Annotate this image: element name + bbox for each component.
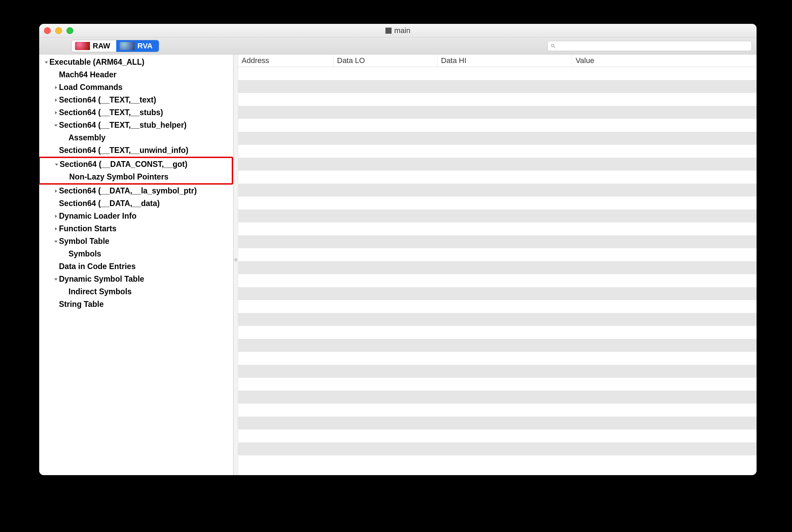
table-row[interactable] <box>238 313 757 326</box>
disclosure-right-icon[interactable] <box>53 227 59 231</box>
tree-label: Non-Lazy Symbol Pointers <box>69 171 168 183</box>
table-row[interactable] <box>238 93 757 106</box>
tree-non-lazy-symbol-pointers[interactable]: Non-Lazy Symbol Pointers <box>40 171 232 183</box>
table-row[interactable] <box>238 222 757 235</box>
tree-label: Symbol Table <box>59 235 109 248</box>
seg-rva-button[interactable]: RVA <box>116 40 158 52</box>
svg-line-1 <box>554 47 555 48</box>
table-row[interactable] <box>238 352 757 365</box>
disclosure-down-icon[interactable] <box>53 123 59 127</box>
col-address[interactable]: Address <box>238 54 334 67</box>
table-row[interactable] <box>238 300 757 313</box>
table-row[interactable] <box>238 184 757 197</box>
tree-section-text-text[interactable]: Section64 (__TEXT,__text) <box>39 94 233 106</box>
tree-assembly[interactable]: Assembly <box>39 131 233 144</box>
tree-executable[interactable]: Executable (ARM64_ALL) <box>39 56 233 68</box>
tree-label: Assembly <box>68 131 106 144</box>
toolbar: RAW RVA <box>39 37 757 54</box>
tree-label: Section64 (__TEXT,__stub_helper) <box>59 119 187 131</box>
table-row[interactable] <box>238 132 757 145</box>
table-row[interactable] <box>238 365 757 378</box>
tree-dynamic-symbol-table[interactable]: Dynamic Symbol Table <box>39 273 233 285</box>
tree-load-commands[interactable]: Load Commands <box>39 81 233 94</box>
table-row[interactable] <box>238 274 757 287</box>
tree-indirect-symbols[interactable]: Indirect Symbols <box>39 285 233 298</box>
table-body[interactable] <box>238 67 757 475</box>
table-row[interactable] <box>238 80 757 93</box>
tree-label: Dynamic Loader Info <box>59 210 136 222</box>
disclosure-down-icon[interactable] <box>53 239 59 244</box>
table-row[interactable] <box>238 339 757 352</box>
table-row[interactable] <box>238 171 757 184</box>
tree-section-data-data[interactable]: Section64 (__DATA,__data) <box>39 197 233 210</box>
tree-symbol-table[interactable]: Symbol Table <box>39 235 233 248</box>
tree-mach64-header[interactable]: Mach64 Header <box>39 68 233 81</box>
table-header: Address Data LO Data HI Value <box>238 54 757 67</box>
disclosure-right-icon[interactable] <box>53 111 59 115</box>
seg-raw-label: RAW <box>93 42 110 50</box>
tree-section-text-stubs[interactable]: Section64 (__TEXT,__stubs) <box>39 106 233 119</box>
col-data-lo[interactable]: Data LO <box>334 54 438 67</box>
disclosure-right-icon[interactable] <box>53 214 59 218</box>
tree-label: Mach64 Header <box>59 68 117 81</box>
table-row[interactable] <box>238 158 757 171</box>
table-row[interactable] <box>238 378 757 391</box>
table-row[interactable] <box>238 326 757 339</box>
seg-rva-label: RVA <box>137 42 152 50</box>
tree-label: Section64 (__DATA,__data) <box>59 197 160 210</box>
tree-section-text-unwind-info[interactable]: Section64 (__TEXT,__unwind_info) <box>39 144 233 157</box>
table-row[interactable] <box>238 106 757 119</box>
table-row[interactable] <box>238 417 757 429</box>
tree-label: Function Starts <box>59 222 117 235</box>
table-row[interactable] <box>238 235 757 248</box>
tree-symbols[interactable]: Symbols <box>39 248 233 260</box>
table-row[interactable] <box>238 197 757 209</box>
disclosure-down-icon[interactable] <box>54 162 60 167</box>
disclosure-down-icon[interactable] <box>53 277 59 281</box>
col-data-hi[interactable]: Data HI <box>438 54 572 67</box>
content: Executable (ARM64_ALL)Mach64 HeaderLoad … <box>39 54 757 475</box>
table-row[interactable] <box>238 404 757 417</box>
tree-label: Section64 (__TEXT,__text) <box>59 94 156 106</box>
search-input[interactable] <box>556 42 749 49</box>
tree-label: Symbols <box>68 248 101 260</box>
tree-dynamic-loader-info[interactable]: Dynamic Loader Info <box>39 210 233 222</box>
tree-function-starts[interactable]: Function Starts <box>39 222 233 235</box>
disclosure-right-icon[interactable] <box>53 98 59 102</box>
tree-label: Data in Code Entries <box>59 260 136 273</box>
col-value[interactable]: Value <box>572 54 757 67</box>
table-row[interactable] <box>238 261 757 274</box>
tree-label: Section64 (__TEXT,__unwind_info) <box>59 144 188 157</box>
tree-data-in-code-entries[interactable]: Data in Code Entries <box>39 260 233 273</box>
titlebar[interactable]: main <box>39 24 757 37</box>
sidebar-tree[interactable]: Executable (ARM64_ALL)Mach64 HeaderLoad … <box>39 54 233 475</box>
table-row[interactable] <box>238 287 757 300</box>
table-row[interactable] <box>238 145 757 158</box>
search-icon <box>550 43 556 49</box>
zoom-icon[interactable] <box>66 27 73 34</box>
table-row[interactable] <box>238 391 757 404</box>
minimize-icon[interactable] <box>55 27 62 34</box>
document-icon <box>385 28 392 34</box>
close-icon[interactable] <box>44 27 51 34</box>
table-row[interactable] <box>238 67 757 80</box>
tree-section-data-const-got[interactable]: Section64 (__DATA_CONST,__got) <box>40 158 232 171</box>
seg-raw-button[interactable]: RAW <box>72 40 116 52</box>
tree-string-table[interactable]: String Table <box>39 298 233 311</box>
table-row[interactable] <box>238 248 757 261</box>
disclosure-right-icon[interactable] <box>53 189 59 193</box>
search-field[interactable] <box>547 41 752 51</box>
table-row[interactable] <box>238 429 757 442</box>
table-row[interactable] <box>238 209 757 222</box>
disclosure-down-icon[interactable] <box>43 60 49 64</box>
tree-section-data-la-symbol-ptr[interactable]: Section64 (__DATA,__la_symbol_ptr) <box>39 185 233 197</box>
tree-label: Load Commands <box>59 81 123 94</box>
tree-section-text-stub-helper[interactable]: Section64 (__TEXT,__stub_helper) <box>39 119 233 131</box>
disclosure-right-icon[interactable] <box>53 85 59 90</box>
tree-label: Section64 (__TEXT,__stubs) <box>59 106 163 119</box>
split-divider[interactable] <box>233 54 238 475</box>
highlight-box: Section64 (__DATA_CONST,__got)Non-Lazy S… <box>39 157 233 185</box>
table-row[interactable] <box>238 119 757 132</box>
tree-label: Section64 (__DATA,__la_symbol_ptr) <box>59 185 197 197</box>
table-row[interactable] <box>238 442 757 455</box>
